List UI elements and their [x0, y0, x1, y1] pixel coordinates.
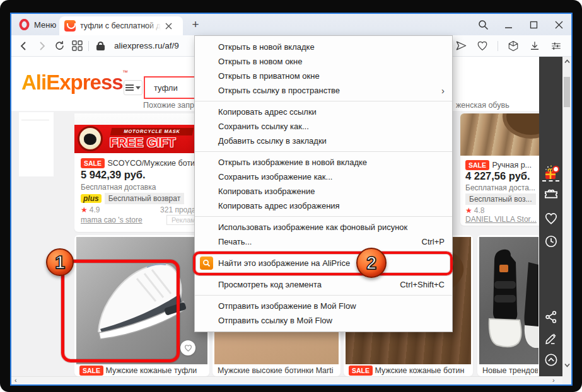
menu-item-open-private-window[interactable]: Открыть в приватном окне — [195, 69, 452, 83]
aliexpress-favicon-icon — [64, 20, 76, 32]
easy-setup-sliders-icon[interactable] — [547, 37, 565, 55]
maximize-button[interactable] — [521, 14, 546, 35]
tab-bar: Меню туфли с бесплатной доста + — [11, 14, 571, 35]
vertical-scrollbar[interactable] — [562, 57, 571, 376]
url-text[interactable]: aliexpress.ru/af/9 — [114, 41, 179, 50]
opera-logo-icon — [19, 19, 30, 30]
related-query-link[interactable]: женская обувь — [456, 101, 509, 110]
free-return-badge: Бесплатный возврат — [105, 193, 184, 204]
menu-item-print[interactable]: Печать...Ctrl+P — [195, 234, 452, 249]
scroll-up-icon[interactable] — [564, 59, 570, 64]
bookmark-heart-icon[interactable] — [474, 37, 491, 55]
menu-separator — [195, 216, 452, 217]
tab-tiling-icon[interactable] — [68, 37, 86, 55]
product-image — [479, 237, 538, 364]
wishlist-heart-button[interactable] — [180, 340, 195, 355]
menu-item-copy-image-address[interactable]: Копировать адрес изображения — [195, 199, 452, 213]
history-clock-icon[interactable] — [544, 234, 558, 248]
categories-menu-button[interactable] — [124, 80, 143, 95]
product-price: 4 227,56 руб. — [465, 170, 542, 182]
product-title[interactable]: Ручная р... — [492, 161, 532, 170]
scroll-right-icon[interactable]: › — [552, 376, 555, 384]
download-icon[interactable] — [526, 37, 544, 55]
close-button[interactable] — [546, 14, 571, 35]
menu-item-bookmark-link[interactable]: Добавить ссылку в закладки — [195, 134, 452, 148]
product-card-daniel-villa[interactable]: SALE Ручная р... 4 227,56 руб. Бесплатна… — [460, 113, 544, 226]
my-flow-send-icon[interactable] — [452, 37, 470, 55]
shipping-label: Бесплатная доста... — [465, 183, 542, 192]
menu-item-open-image-new-tab[interactable]: Открыть изображение в новой вкладке — [195, 155, 452, 170]
shortcut-label: Ctrl+Shift+C — [400, 280, 445, 289]
product-image — [460, 113, 544, 156]
mask-gift-image — [78, 126, 103, 151]
menu-item-save-image-as[interactable]: Сохранить изображение как... — [195, 170, 452, 184]
scrollbar-thumb[interactable] — [564, 77, 570, 107]
menu-item-inspect-element[interactable]: Просмотреть код элементаCtrl+Shift+C — [195, 277, 452, 292]
related-queries-label: Похожие запр — [125, 101, 194, 110]
submenu-arrow-icon: › — [441, 86, 445, 95]
store-link[interactable]: mama cao 's store — [81, 216, 143, 224]
star-icon: ★ — [81, 205, 88, 214]
search-icon[interactable] — [470, 14, 496, 35]
banner-ribbon: MOTORCYCLE MASK — [110, 128, 194, 135]
tab-title: туфли с бесплатной доста — [80, 21, 161, 30]
wishlist-heart-icon[interactable] — [544, 212, 558, 226]
store-link[interactable]: DANIEL VILLA Stor... — [465, 215, 542, 224]
feedback-pencil-icon[interactable] — [544, 331, 558, 345]
share-icon[interactable] — [544, 310, 558, 324]
free-gift-text: FREE GIFT — [110, 135, 175, 150]
back-icon[interactable] — [15, 37, 33, 55]
opera-menu-label: Меню — [34, 20, 56, 30]
product-title[interactable]: Мужские высокие ботинки Marti — [218, 366, 333, 375]
menu-item-open-new-window[interactable]: Открыть в новом окне — [195, 54, 452, 69]
logo-trademark: ™ — [122, 69, 128, 76]
menu-item-copy-image[interactable]: Копировать изображение — [195, 184, 452, 199]
product-card-scoyco[interactable]: MOTORCYCLE MASK FREE GIFT SALE SCOYCO/Му… — [74, 113, 209, 232]
browser-tab[interactable]: туфли с бесплатной доста — [59, 16, 183, 35]
shipping-label: Бесплатная доставка — [81, 183, 156, 192]
plus-badge: plus — [81, 194, 102, 203]
aliexpress-logo[interactable]: AliExpress — [21, 71, 123, 95]
minimize-button[interactable] — [496, 14, 521, 35]
reload-icon[interactable] — [50, 37, 68, 55]
hamburger-icon — [125, 84, 134, 91]
menu-item-send-image-to-flow[interactable]: Отправить изображение в Мой Flow — [195, 299, 452, 313]
product-title[interactable]: Мужские кожаные ботин — [375, 366, 465, 375]
menu-item-send-link-to-flow[interactable]: Отправить ссылку в Мой Flow — [195, 313, 452, 328]
free-return-badge: Бесплатный воз... — [465, 193, 536, 205]
extensions-cube-icon[interactable] — [504, 37, 522, 55]
product-title[interactable]: SCOYCO/Мужские ботин... — [107, 159, 204, 168]
lock-icon[interactable] — [91, 37, 109, 55]
menu-item-save-link-as[interactable]: Сохранить ссылку как... — [195, 119, 452, 134]
horizontal-scrollbar[interactable]: ‹ › — [11, 376, 562, 384]
coupons-ticket-icon[interactable] — [544, 188, 558, 202]
product-title[interactable]: Мужские кожаные туфли — [106, 366, 197, 375]
menu-item-use-image-as-wallpaper[interactable]: Использовать изображение как фоновый рис… — [195, 220, 452, 234]
pan-image — [503, 113, 544, 139]
product-title[interactable]: Новые трендовые — [482, 366, 538, 375]
sale-badge: SALE — [79, 366, 103, 376]
screenshot-frame: Меню туфли с бесплатной доста + — [0, 0, 582, 392]
scroll-top-icon[interactable] — [544, 353, 558, 367]
new-tab-button[interactable]: + — [189, 18, 202, 31]
sale-badge: SALE — [349, 366, 373, 376]
menu-item-open-new-tab[interactable]: Открыть в новой вкладке — [195, 40, 452, 54]
rating-value: 4.8 — [474, 206, 485, 215]
forward-icon[interactable] — [33, 37, 50, 55]
tab-close-icon[interactable] — [165, 23, 172, 30]
gift-underline — [542, 180, 559, 182]
menu-item-open-link-in-workspace[interactable]: Открыть ссылку в пространстве› — [195, 83, 452, 98]
sale-badge: SALE — [81, 158, 105, 168]
opera-menu-button[interactable]: Меню — [19, 18, 56, 32]
menu-separator — [195, 295, 452, 296]
product-card-trendy-sneakers[interactable]: Новые трендовые — [477, 235, 540, 376]
gift-promo-icon[interactable] — [544, 165, 558, 179]
scroll-left-icon[interactable]: ‹ — [15, 376, 17, 384]
scroll-down-icon[interactable] — [564, 363, 570, 367]
site-side-toolbar — [539, 57, 562, 376]
browser-window: Меню туфли с бесплатной доста + — [10, 13, 573, 386]
menu-item-copy-link-address[interactable]: Копировать адрес ссылки — [195, 105, 452, 119]
annotation-rect-image — [61, 260, 180, 362]
scrollbar-corner — [562, 376, 571, 384]
sale-badge: SALE — [465, 160, 489, 170]
